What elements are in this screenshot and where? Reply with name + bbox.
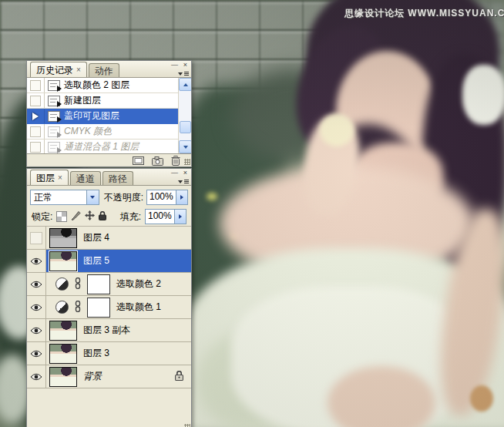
history-state-label: CMYK 颜色 <box>64 125 112 138</box>
eye-icon <box>30 281 42 288</box>
scroll-down-icon[interactable] <box>179 140 191 153</box>
lock-position-icon[interactable] <box>85 210 95 223</box>
layer-name: 选取颜色 1 <box>116 301 161 314</box>
history-scrollbar[interactable] <box>178 78 191 153</box>
scrollbar-thumb[interactable] <box>180 121 191 133</box>
lock-all-icon[interactable] <box>99 211 106 223</box>
history-bottom-bar <box>27 154 191 166</box>
layer-row-background[interactable]: 背景 <box>27 365 191 388</box>
panel-menu-icon[interactable] <box>177 177 190 186</box>
minimize-icon[interactable]: — <box>170 62 179 69</box>
layer-name: 选取颜色 2 <box>116 277 161 291</box>
history-state-icon <box>48 80 60 91</box>
history-brush-source[interactable] <box>27 140 45 154</box>
adjustment-layer-icon[interactable] <box>55 277 69 291</box>
layer-thumbnail[interactable] <box>49 367 77 387</box>
scroll-up-icon[interactable] <box>179 78 191 91</box>
slider-arrow-icon[interactable] <box>176 190 187 204</box>
layers-window-buttons: — × <box>170 170 190 177</box>
history-state-row[interactable]: 新建图层 <box>27 93 191 109</box>
history-source-box <box>30 96 41 106</box>
visibility-toggle[interactable] <box>27 273 46 295</box>
fill-input[interactable]: 100% <box>145 209 186 224</box>
layer-thumbnail[interactable] <box>49 251 77 271</box>
chevron-down-icon[interactable] <box>86 190 99 204</box>
layer-thumbnail[interactable] <box>49 228 77 248</box>
close-icon[interactable]: × <box>181 170 190 177</box>
tab-history[interactable]: 历史记录 × <box>30 62 87 77</box>
layer-row-layer4[interactable]: 图层 4 <box>27 227 191 250</box>
tab-channels[interactable]: 通道 <box>70 171 101 185</box>
history-list: 选取颜色 2 图层 新建图层 盖印可见图层 CMYK 颜色 通道混合器 1 图层 <box>27 78 191 154</box>
history-brush-source[interactable] <box>27 93 45 108</box>
history-window-buttons: — × <box>170 62 190 69</box>
layer-row-layer3-copy[interactable]: 图层 3 副本 <box>27 319 191 342</box>
visibility-toggle[interactable] <box>27 227 46 249</box>
visibility-toggle[interactable] <box>27 296 46 318</box>
tab-history-label: 历史记录 <box>36 64 73 76</box>
tab-layers[interactable]: 图层 × <box>30 170 69 185</box>
tab-actions[interactable]: 动作 <box>89 63 119 77</box>
panel-menu-icon[interactable] <box>177 69 190 78</box>
mask-thumbnail[interactable] <box>87 298 110 318</box>
eye-icon <box>30 304 42 311</box>
panel-resize-grip[interactable] <box>184 159 190 165</box>
layers-empty-area <box>27 388 191 427</box>
trash-icon[interactable] <box>171 156 180 166</box>
tab-close-icon[interactable]: × <box>76 64 81 76</box>
tab-paths-label: 路径 <box>109 173 127 185</box>
menu-lines-icon <box>184 72 189 72</box>
fill-label: 填充: <box>120 210 141 224</box>
history-brush-source[interactable] <box>27 124 45 139</box>
eye-icon <box>30 373 42 381</box>
blend-opacity-row: 正常 不透明度: 100% <box>27 186 191 207</box>
adjustment-layer-icon[interactable] <box>55 301 69 314</box>
history-brush-source[interactable] <box>27 109 45 123</box>
minimize-icon[interactable]: — <box>170 170 179 177</box>
fill-value: 100% <box>146 210 174 224</box>
new-document-icon[interactable] <box>133 156 144 165</box>
tab-paths[interactable]: 路径 <box>102 171 133 185</box>
history-state-row[interactable]: 选取颜色 2 图层 <box>27 78 191 93</box>
tab-layers-label: 图层 <box>36 172 55 184</box>
layer-name: 背景 <box>83 370 102 383</box>
visibility-toggle[interactable] <box>27 342 46 365</box>
history-panel: 历史记录 × 动作 — × 选取颜色 2 图层 <box>26 60 192 167</box>
opacity-input[interactable]: 100% <box>146 190 188 205</box>
layer-row-selective-color-2[interactable]: 选取颜色 2 <box>27 273 191 296</box>
layer-name: 图层 5 <box>83 254 109 267</box>
slider-arrow-icon[interactable] <box>174 210 186 224</box>
layer-thumbnail[interactable] <box>49 344 77 364</box>
history-state-label: 新建图层 <box>64 94 101 107</box>
lock-transparency-icon[interactable] <box>56 211 67 222</box>
blend-mode-select[interactable]: 正常 <box>30 190 99 205</box>
lock-image-icon[interactable] <box>71 210 81 223</box>
history-tabstrip: 历史记录 × 动作 — × <box>27 61 191 78</box>
mask-thumbnail[interactable] <box>87 274 110 294</box>
history-state-row-undone[interactable]: 通道混合器 1 图层 <box>27 140 191 154</box>
close-icon[interactable]: × <box>181 62 190 69</box>
history-source-box <box>30 142 41 153</box>
layer-row-layer3[interactable]: 图层 3 <box>27 342 191 365</box>
history-state-label: 选取颜色 2 图层 <box>64 79 129 92</box>
panel-resize-grip[interactable] <box>184 424 190 427</box>
history-state-icon <box>48 126 60 137</box>
layer-row-layer5-selected[interactable]: 图层 5 <box>27 250 191 273</box>
layer-row-selective-color-1[interactable]: 选取颜色 1 <box>27 296 191 319</box>
visibility-toggle[interactable] <box>27 365 46 388</box>
visibility-toggle[interactable] <box>27 319 46 341</box>
lock-icon <box>175 371 183 383</box>
visibility-toggle[interactable] <box>27 250 46 272</box>
snapshot-icon[interactable] <box>152 156 163 166</box>
tab-close-icon[interactable]: × <box>58 172 62 184</box>
history-state-row-undone[interactable]: CMYK 颜色 <box>27 124 191 140</box>
tab-actions-label: 动作 <box>95 65 113 77</box>
layer-thumbnail[interactable] <box>49 321 77 341</box>
history-source-box <box>30 80 41 91</box>
lock-label: 锁定: <box>32 210 52 224</box>
link-icon <box>75 301 81 314</box>
history-brush-source[interactable] <box>27 78 45 92</box>
history-state-row-selected[interactable]: 盖印可见图层 <box>27 109 191 124</box>
watermark: 思缘设计论坛 WWW.MISSYUAN.COM <box>344 7 504 20</box>
opacity-label: 不透明度: <box>104 191 143 204</box>
